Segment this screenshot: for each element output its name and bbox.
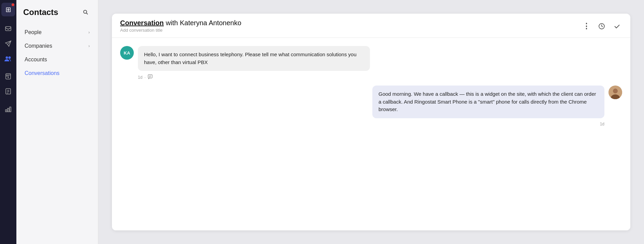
check-button[interactable]	[612, 21, 622, 31]
sidebar-item-people-label: People	[25, 29, 42, 35]
svg-rect-14	[148, 75, 152, 78]
conversation-panel: Conversation with Kateryna Antonenko Add…	[112, 14, 630, 230]
sidebar-item-conversations-label: Conversations	[25, 70, 59, 76]
message-meta-1: 1d ·	[120, 74, 622, 80]
svg-rect-10	[10, 107, 11, 112]
app-logo[interactable]: ⊞	[1, 3, 15, 16]
svg-point-6	[8, 77, 9, 78]
svg-rect-8	[5, 110, 7, 112]
svg-point-3	[6, 57, 8, 59]
inbox-icon[interactable]	[1, 22, 15, 35]
more-icon: ⋮	[583, 22, 590, 31]
sidebar-item-companies[interactable]: Companies ›	[20, 40, 94, 52]
conversation-title-rest: with Kateryna Antonenko	[166, 19, 241, 27]
conversation-title-area: Conversation with Kateryna Antonenko Add…	[120, 19, 241, 33]
conversation-subtitle[interactable]: Add conversation title	[120, 28, 241, 33]
checkmark-icon	[613, 22, 621, 30]
avatar-initials: KA	[124, 50, 130, 56]
message-group-2: Good morning. We have a callback — this …	[120, 86, 622, 126]
conversation-header: Conversation with Kateryna Antonenko Add…	[112, 14, 630, 38]
sidebar-item-companies-label: Companies	[25, 43, 52, 49]
message-row-incoming: KA Hello, I want to connect business tel…	[120, 46, 622, 71]
svg-point-4	[9, 57, 11, 59]
message-text: Good morning. We have a callback — this …	[378, 91, 596, 112]
message-time: 1d	[600, 122, 604, 126]
note-icon[interactable]	[148, 74, 153, 80]
message-row-outgoing: Good morning. We have a callback — this …	[120, 86, 622, 118]
chat-area[interactable]: KA Hello, I want to connect business tel…	[112, 38, 630, 230]
sidebar: Contacts People › Companies › Accounts C…	[16, 0, 98, 244]
chevron-icon: ›	[88, 30, 90, 35]
sidebar-header: Contacts	[16, 0, 98, 23]
contacts-icon[interactable]	[1, 52, 15, 65]
dot-separator: ·	[144, 75, 145, 80]
chevron-icon: ›	[88, 44, 90, 48]
sidebar-item-conversations[interactable]: Conversations	[20, 67, 94, 80]
sidebar-item-accounts-label: Accounts	[25, 57, 47, 63]
search-button[interactable]	[80, 7, 91, 18]
more-options-button[interactable]: ⋮	[581, 20, 591, 32]
knowledge-icon[interactable]	[1, 70, 15, 83]
conversation-link[interactable]: Conversation	[120, 19, 164, 27]
clock-icon	[598, 23, 605, 30]
message-text: Hello, I want to connect business teleph…	[144, 51, 357, 65]
sender-avatar: KA	[120, 46, 134, 60]
history-button[interactable]	[597, 21, 606, 31]
svg-rect-5	[6, 74, 11, 79]
logo-icon: ⊞	[5, 5, 11, 14]
sidebar-item-people[interactable]: People ›	[20, 26, 94, 39]
svg-point-11	[84, 10, 87, 13]
notification-dot	[12, 3, 14, 6]
agent-avatar	[609, 86, 622, 99]
notes-icon[interactable]	[1, 85, 15, 98]
message-meta-2: 1d	[120, 122, 622, 126]
sidebar-nav: People › Companies › Accounts Conversati…	[16, 23, 98, 82]
svg-rect-9	[8, 108, 9, 112]
send-icon[interactable]	[1, 37, 15, 50]
svg-rect-0	[5, 27, 11, 31]
analytics-icon[interactable]	[1, 102, 15, 116]
message-time: 1d	[138, 75, 142, 80]
sidebar-item-accounts[interactable]: Accounts	[20, 53, 94, 66]
sidebar-title: Contacts	[23, 7, 58, 17]
message-bubble-outgoing: Good morning. We have a callback — this …	[372, 86, 604, 118]
header-actions: ⋮	[581, 20, 622, 32]
message-group-1: KA Hello, I want to connect business tel…	[120, 46, 622, 80]
conversation-title: Conversation with Kateryna Antonenko	[120, 19, 241, 27]
message-bubble-incoming: Hello, I want to connect business teleph…	[138, 46, 370, 71]
icon-rail: ⊞	[0, 0, 16, 244]
svg-point-16	[613, 89, 618, 93]
svg-line-12	[86, 13, 88, 14]
